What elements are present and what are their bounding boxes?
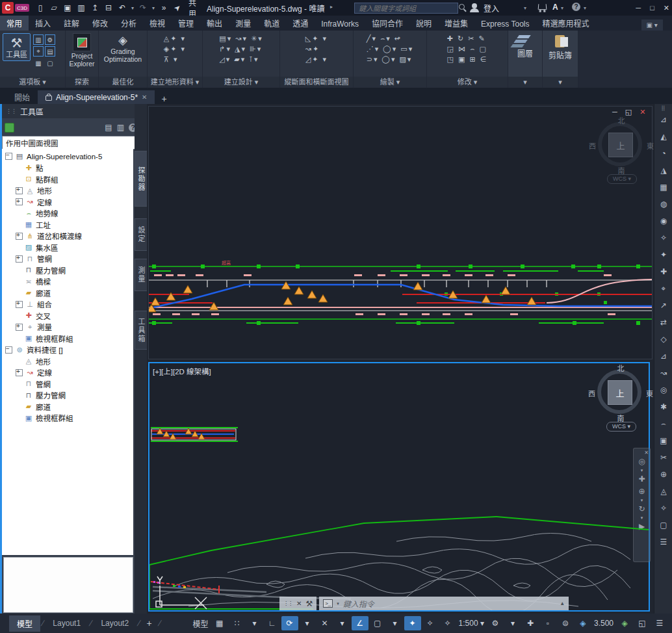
command-input-bar[interactable]: >_ ▾ 鍵入指令 ▲ (319, 597, 569, 610)
command-prompt-icon[interactable]: >_ (323, 599, 333, 608)
wcs-menu[interactable]: WCS ▾ (606, 422, 636, 432)
tab-manage[interactable]: 管理 (172, 16, 200, 31)
tab-output[interactable]: 輸出 (200, 16, 229, 31)
ground-data-row-2[interactable]: ◈✦ ▾ (164, 45, 186, 53)
tree-item-ds-pressure-networks[interactable]: ⊓壓力管網 (2, 390, 133, 402)
modify-row-3[interactable]: ◳ ▣ ⊞ ∈ (447, 55, 488, 64)
user-icon[interactable] (472, 3, 477, 8)
doc-minimize-icon[interactable]: ─ (612, 108, 617, 116)
recent-commands-caret-icon[interactable]: ▾ (337, 601, 339, 606)
modify-row-1[interactable]: ✚ ↻ ✂ ✎ (447, 34, 488, 43)
profile-row-1[interactable]: ◺✦ ▾ (305, 34, 328, 43)
new-drawing-button[interactable]: + (161, 94, 166, 104)
viewcube-west[interactable]: 西 (589, 140, 596, 151)
tab-express-tools[interactable]: Express Tools (474, 18, 536, 31)
close-button[interactable]: ✕ (664, 4, 669, 12)
expand-icon[interactable] (16, 255, 23, 263)
expand-icon[interactable] (16, 369, 23, 376)
annotation-scale-value[interactable]: 1:500 ▾ (457, 616, 486, 630)
search-icon[interactable] (459, 4, 465, 10)
expand-icon[interactable] (16, 324, 23, 331)
tab-insert[interactable]: 插入 (29, 16, 57, 31)
toolbar-grip-icon[interactable]: ⣿ (654, 104, 672, 111)
item-view-icon[interactable]: ▤ (105, 123, 112, 132)
model-space-button[interactable]: 模型 (191, 616, 211, 630)
expand-icon[interactable] (16, 198, 23, 205)
panel-label-explore[interactable]: 探索 (66, 77, 98, 88)
active-drawing-icon[interactable] (5, 123, 14, 133)
zoom-icon[interactable]: ⊕ (638, 485, 645, 498)
tab-survey[interactable]: 測量 (135, 259, 148, 291)
tree-item-intersections[interactable]: ✚交叉 (2, 310, 133, 322)
qat-more-icon[interactable]: » (158, 3, 170, 12)
profile-row-2[interactable]: ↝✦ (305, 45, 328, 53)
annotation-scale-icon[interactable]: ✧ (439, 616, 456, 630)
layers-button[interactable]: 圖層 (517, 47, 533, 58)
panel-label-clipboard[interactable]: ▾ (543, 77, 578, 88)
tab-infraworks[interactable]: InfraWorks (315, 18, 365, 31)
expand-icon[interactable] (16, 187, 23, 194)
view-selector-dropdown[interactable]: 作用中圖面視圖 ˇ (2, 136, 141, 149)
tree-item-point-groups[interactable]: ⊡點群組 (2, 174, 133, 185)
tree-item-pipe-networks[interactable]: ⊓管網 (2, 253, 133, 265)
doc-close-icon[interactable]: ✕ (640, 108, 645, 116)
transfer-icon[interactable]: ↥ (89, 3, 101, 12)
osnap-caret-icon[interactable]: ▾ (387, 616, 404, 630)
viewcube-west[interactable]: 西 (588, 388, 595, 398)
redo-caret-icon[interactable]: ▾ (151, 5, 156, 11)
tree-root-data-shortcuts[interactable]: ⊜資料捷徑 [] (2, 344, 133, 356)
command-history-expand-icon[interactable]: ▲ (560, 601, 565, 606)
draw-row-2[interactable]: ⋰▾ ◯▾ ▭▾ (367, 45, 413, 53)
ortho-toggle-icon[interactable]: ∟ (264, 616, 281, 630)
ground-data-row-3[interactable]: ⊼ ▾ (164, 55, 186, 64)
polar-tracking-icon[interactable]: ⟳ (281, 616, 298, 630)
tab-modify[interactable]: 修改 (86, 16, 114, 31)
transparent-commands-icons[interactable]: ⊿ ◭ ◔ ◮ ▦ ◍ ◉ ✧ ✦ ✚ ⌖ ↗ ⇄ ◇ ⊿ ↝ ◎ ✱ ⌢ ▣ … (654, 111, 672, 550)
tree-item-surfaces[interactable]: ◬地形 (2, 185, 133, 197)
account-caret-icon[interactable]: ▾ (524, 5, 526, 11)
toolspace-button[interactable]: ⚒ 工具區 (3, 33, 31, 61)
search-input[interactable] (357, 4, 455, 13)
tab-home[interactable]: 常用 (0, 16, 29, 31)
panel-label-create-design[interactable]: 建立設計 ▾ (203, 77, 279, 88)
command-prompt-placeholder[interactable]: 鍵入指令 (343, 598, 374, 609)
tree-item-assemblies[interactable]: ⊥組合 (2, 299, 133, 311)
cmd-close-icon[interactable]: ✕ (296, 600, 302, 607)
undo-caret-icon[interactable]: ▾ (130, 5, 135, 11)
signin-label[interactable]: 登入 (484, 3, 499, 14)
tab-analyze[interactable]: 分析 (114, 16, 143, 31)
panel-label-draw[interactable]: 繪製 ▾ (354, 77, 426, 88)
tree-item-sites[interactable]: ▦工址 (2, 219, 133, 231)
tab-rail[interactable]: 軌道 (257, 16, 286, 31)
palette-icon-1[interactable]: ▥ (33, 34, 44, 45)
ground-data-row-1[interactable]: ◬✦ ▾ (164, 34, 186, 43)
navbar-caret-icon[interactable]: ▾ (641, 468, 643, 473)
viewport-plan-active[interactable]: [+][上][2D 線架構] 北 西 上 東 南 WCS ▾ ✕ ◎ ▾ ✚ ⊕… (148, 362, 650, 612)
panel-label-optimize[interactable]: 最佳化 (99, 77, 147, 88)
viewcube-north[interactable]: 北 (594, 115, 649, 125)
plot-icon[interactable]: ⊟ (103, 3, 114, 12)
palette-icon-4[interactable]: ▤ (45, 46, 55, 57)
draw-row-3[interactable]: ⊃▾ ◯▾ ▨▾ (367, 55, 413, 64)
selection-filter-icon[interactable]: ▫ (539, 616, 556, 630)
grading-optimization-button[interactable]: Grading Optimization (101, 47, 144, 63)
palette-icon-2[interactable]: ⚙ (45, 34, 55, 45)
layout1-tab[interactable]: Layout1 (45, 616, 88, 630)
annotation-monitor-icon[interactable]: ✚ (522, 616, 539, 630)
doc-restore-icon[interactable]: ◱ (625, 108, 632, 116)
collapse-icon[interactable] (5, 346, 12, 354)
tree-item-points[interactable]: ✚點 (2, 162, 133, 174)
tree-item-turnouts[interactable]: ⋔道岔和橫渡線 (2, 231, 133, 242)
tab-current-drawing[interactable]: Align-Superelevation-5* ✕ (38, 90, 155, 104)
viewport-controls-label[interactable]: [+][上][2D 線架構] (153, 366, 211, 376)
palette-icon-5[interactable]: ▦ (33, 58, 44, 68)
clipboard-button[interactable]: 剪貼簿 (549, 49, 572, 60)
drawing-area[interactable]: ─ ◱ ✕ (147, 104, 654, 614)
navigation-wheel-icon[interactable]: ◎ (638, 456, 645, 468)
tab-collaborate[interactable]: 協同合作 (365, 16, 409, 31)
tree-item-ds-alignments[interactable]: ↝定線 (2, 367, 133, 379)
save-icon[interactable]: ▣ (62, 3, 73, 12)
help-caret-icon[interactable]: ▾ (584, 5, 586, 11)
panel-label-modify[interactable]: 修改 ▾ (427, 77, 508, 88)
save-as-icon[interactable]: ▥ (75, 3, 87, 12)
